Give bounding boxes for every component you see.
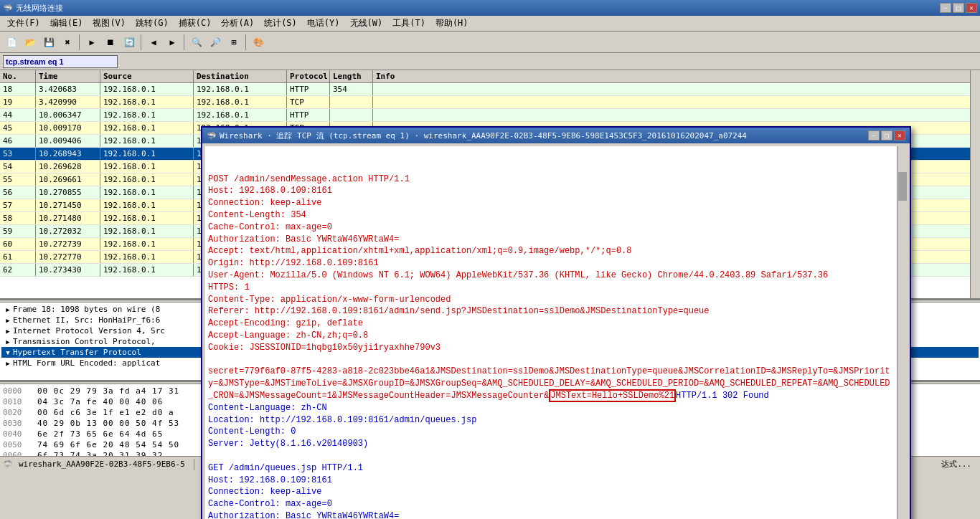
menu-edit[interactable]: 编辑(E) [46, 16, 88, 31]
col-header-no: No. [0, 70, 36, 82]
status-icon: 🦈 [3, 460, 13, 469]
menu-go[interactable]: 跳转(G) [131, 16, 173, 31]
detail-tcp-text: Transmission Control Protocol, [13, 337, 156, 346]
tb-zoom-out[interactable]: 🔎 [207, 34, 224, 51]
tb-restart[interactable]: 🔄 [121, 34, 138, 51]
detail-ip-text: Internet Protocol Version 4, Src [13, 326, 165, 335]
main-container: No. Time Source Destination Protocol Len… [0, 70, 980, 472]
scrollbar-thumb[interactable] [898, 172, 907, 201]
sep1 [79, 34, 80, 50]
dialog-minimize[interactable]: — [868, 130, 880, 141]
sep4 [245, 34, 247, 50]
scroll-right-panel [970, 70, 980, 298]
tb-fwd[interactable]: ▶ [164, 34, 181, 51]
dialog-title-text: Wireshark · 追踪 TCP 流 (tcp.stream eq 1) ·… [220, 130, 747, 141]
dialog-close[interactable]: ✕ [894, 130, 905, 141]
toggle-ip: ▶ [3, 328, 13, 335]
toggle-frame: ▶ [3, 306, 13, 313]
sep2 [141, 34, 142, 50]
tb-open[interactable]: 📂 [22, 34, 39, 51]
toggle-ethernet: ▶ [3, 317, 13, 324]
toggle-http: ▼ [3, 349, 13, 356]
hex-offset-5: 0050 [3, 440, 32, 449]
filter-input[interactable] [3, 55, 118, 68]
dialog-title-icon: 🦈 [207, 131, 217, 141]
sep3 [184, 34, 185, 50]
menu-bar: 文件(F) 编辑(E) 视图(V) 跳转(G) 捕获(C) 分析(A) 统计(S… [0, 16, 980, 32]
title-bar: 🦈 无线网络连接 — □ ✕ [0, 0, 980, 16]
tb-zoom-in[interactable]: 🔍 [188, 34, 205, 51]
detail-http-text: Hypertext Transfer Protocol [13, 348, 141, 357]
packet-row[interactable]: 19 3.420990 192.168.0.1 192.168.0.1 TCP [0, 96, 980, 109]
packet-row[interactable]: 18 3.420683 192.168.0.1 192.168.0.1 HTTP… [0, 83, 980, 96]
menu-stats[interactable]: 统计(S) [260, 16, 301, 31]
menu-analyze[interactable]: 分析(A) [217, 16, 258, 31]
col-header-time: Time [36, 70, 100, 82]
packet-row[interactable]: 44 10.006347 192.168.0.1 192.168.0.1 HTT… [0, 109, 980, 122]
toggle-html-form: ▶ [3, 360, 13, 367]
maximize-btn[interactable]: □ [953, 3, 964, 13]
status-separator [194, 459, 194, 470]
toolbar: 📄 📂 💾 ✖ ▶ ⏹ 🔄 ◀ ▶ 🔍 🔎 ⊞ 🎨 [0, 32, 980, 53]
menu-capture[interactable]: 捕获(C) [174, 16, 216, 31]
hex-offset-4: 0040 [3, 429, 32, 439]
minimize-btn[interactable]: — [940, 3, 951, 13]
toggle-tcp: ▶ [3, 338, 13, 346]
tb-save[interactable]: 💾 [40, 34, 57, 51]
hex-offset-3: 0030 [3, 419, 32, 428]
title-bar-left: 🦈 无线网络连接 [3, 3, 63, 14]
dialog-scrollbar[interactable] [897, 146, 907, 519]
col-header-len: Length [330, 70, 373, 82]
menu-phone[interactable]: 电话(Y) [303, 16, 344, 31]
dialog-text-area: POST /admin/sendMessage.action HTTP/1.1 … [208, 173, 894, 519]
tb-back[interactable]: ◀ [145, 34, 162, 51]
col-header-proto: Protocol [287, 70, 330, 82]
app-icon: 🦈 [3, 4, 13, 13]
tb-new[interactable]: 📄 [3, 34, 20, 51]
menu-tools[interactable]: 工具(T) [388, 16, 430, 31]
detail-ethernet-text: Ethernet II, Src: HonHaiPr_f6:6 [13, 315, 160, 325]
hex-offset-0: 0000 [3, 386, 32, 396]
title-bar-text: 无线网络连接 [16, 3, 63, 14]
packet-list-header: No. Time Source Destination Protocol Len… [0, 70, 980, 83]
tb-color[interactable]: 🎨 [250, 34, 267, 51]
hex-offset-1: 0010 [3, 397, 32, 406]
tb-stop[interactable]: ⏹ [102, 34, 119, 51]
dialog-maximize[interactable]: □ [881, 130, 892, 141]
dialog-content[interactable]: POST /admin/sendMessage.action HTTP/1.1 … [205, 146, 907, 519]
menu-wireless[interactable]: 无线(W) [346, 16, 387, 31]
tb-close[interactable]: ✖ [59, 34, 76, 51]
filter-bar [0, 53, 980, 70]
col-header-info: Info [373, 70, 980, 82]
detail-html-form-text: HTML Form URL Encoded: applicat [13, 358, 160, 368]
menu-help[interactable]: 帮助(H) [431, 16, 473, 31]
close-btn[interactable]: ✕ [966, 3, 977, 13]
tcp-stream-dialog: 🦈 Wireshark · 追踪 TCP 流 (tcp.stream eq 1)… [201, 126, 911, 519]
menu-file[interactable]: 文件(F) [3, 16, 44, 31]
menu-view[interactable]: 视图(V) [88, 16, 130, 31]
dialog-title-controls: — □ ✕ [868, 130, 905, 141]
tb-zoom-fit[interactable]: ⊞ [225, 34, 242, 51]
tb-start[interactable]: ▶ [83, 34, 100, 51]
detail-frame-text: Frame 18: 1098 bytes on wire (8 [13, 305, 160, 314]
col-header-source: Source [100, 70, 194, 82]
title-bar-controls: — □ ✕ [940, 3, 977, 13]
hex-offset-2: 0020 [3, 408, 32, 417]
dialog-title-bar: 🦈 Wireshark · 追踪 TCP 流 (tcp.stream eq 1)… [202, 128, 910, 143]
status-right: 达式... [941, 459, 977, 470]
status-file: wireshark_AAA90F2E-02B3-48F5-9EB6-5 [19, 460, 185, 469]
col-header-dest: Destination [194, 70, 287, 82]
